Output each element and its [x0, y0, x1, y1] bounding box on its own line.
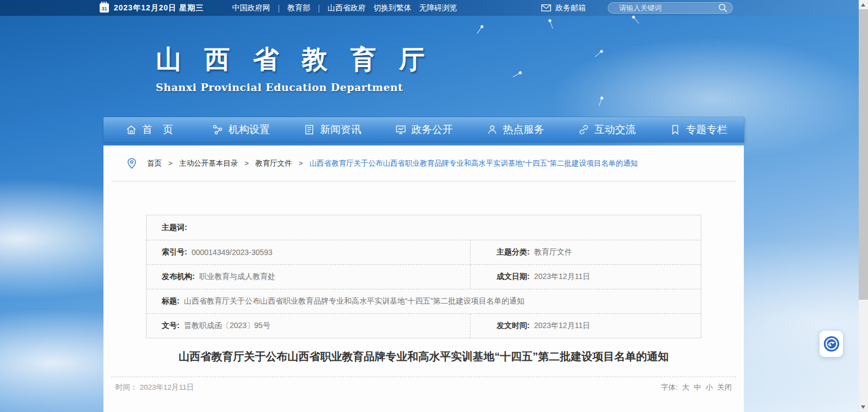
table-row-publisher: 发布机构: 职业教育与成人教育处 成文日期: 2023年12月11日: [146, 264, 701, 289]
nav-item-special-topics[interactable]: 专题专栏: [652, 117, 744, 142]
dandelion-seed-icon: [477, 27, 482, 34]
scroll-down-arrow-icon[interactable]: [861, 405, 865, 409]
table-row-title: 标题: 山西省教育厅关于公布山西省职业教育品牌专业和高水平实训基地“十四五”第二…: [146, 289, 701, 313]
doc-number-cell: 文号: 晋教职成函〔2023〕95号: [146, 314, 470, 338]
breadcrumb-current-document[interactable]: 山西省教育厅关于公布山西省职业教育品牌专业和高水平实训基地“十四五”第二批建设项…: [309, 159, 638, 168]
category-cell: 主题分类: 教育厅文件: [470, 240, 701, 264]
scrollbar-thumb[interactable]: [859, 9, 868, 300]
publisher-cell: 发布机构: 职业教育与成人教育处: [146, 265, 470, 289]
table-row-index: 索引号: 000014349/2023-30593 主题分类: 教育厅文件: [146, 240, 701, 264]
issue-date-value: 2023年12月11日: [534, 321, 590, 331]
gov-service-float-button[interactable]: [820, 331, 843, 357]
breadcrumb-home[interactable]: 首页: [147, 159, 162, 168]
site-title-english: Shanxi Provincial Education Department: [156, 81, 432, 93]
search-icon[interactable]: [718, 3, 728, 13]
nav-label: 政务公开: [412, 123, 453, 137]
link-shanxi-gov[interactable]: 山西省政府: [327, 3, 365, 13]
person-service-icon: [486, 124, 498, 136]
calendar-icon: 31: [100, 3, 109, 13]
nav-item-gov-disclosure[interactable]: 政务公开: [378, 117, 469, 142]
breadcrumb-separator: >: [298, 159, 303, 167]
breadcrumb-separator: >: [244, 159, 249, 167]
news-document-icon: [303, 124, 315, 136]
search-input[interactable]: [619, 4, 718, 12]
doc-number-value: 晋教职成函〔2023〕95号: [184, 321, 271, 331]
title-cell: 标题: 山西省教育厅关于公布山西省职业教育品牌专业和高水平实训基地“十四五”第二…: [146, 289, 701, 313]
nav-label: 首 页: [142, 123, 173, 137]
gov-service-logo-icon: [823, 336, 840, 352]
breadcrumb-dept-files[interactable]: 教育厅文件: [255, 159, 292, 168]
index-cell: 索引号: 000014349/2023-30593: [146, 240, 470, 264]
bookmark-banner-icon: [669, 124, 681, 136]
link-moe[interactable]: 教育部: [288, 3, 310, 13]
time-value: 2023年12月11日: [140, 383, 194, 392]
presentation-board-icon: [395, 124, 407, 136]
category-label: 主题分类:: [497, 247, 530, 257]
table-row-doc-number: 文号: 晋教职成函〔2023〕95号 发文时间: 2023年12月11日: [146, 313, 701, 338]
nav-item-organization[interactable]: 机构设置: [195, 117, 286, 142]
font-size-controls: 字体: 大 中 小 关闭: [661, 383, 732, 392]
dandelion-seed-icon: [598, 98, 602, 106]
gov-mail-label: 政务邮箱: [555, 3, 586, 13]
nav-item-interaction[interactable]: 互动交流: [561, 117, 652, 142]
subject-label: 主题词:: [162, 223, 187, 233]
breadcrumb-catalog[interactable]: 主动公开基本目录: [179, 159, 238, 168]
nav-label: 专题专栏: [686, 123, 728, 137]
breadcrumb-separator: >: [168, 159, 173, 167]
index-label: 索引号:: [162, 247, 187, 257]
font-size-large-button[interactable]: 大: [682, 383, 690, 392]
site-search: [608, 2, 733, 14]
close-button[interactable]: 关闭: [717, 383, 732, 392]
dandelion-seed-icon: [633, 17, 639, 23]
nav-label: 互动交流: [595, 123, 636, 137]
calendar-day: 31: [101, 5, 107, 13]
font-label: 字体:: [661, 383, 678, 392]
link-china-gov[interactable]: 中国政府网: [232, 3, 270, 13]
publisher-value: 职业教育与成人教育处: [199, 272, 276, 282]
title-value: 山西省教育厅关于公布山西省职业教育品牌专业和高水平实训基地“十四五”第二批建设项…: [184, 296, 524, 306]
article-meta-bar: 时间： 2023年12月11日 字体: 大 中 小 关闭: [111, 377, 736, 392]
envelope-icon: [541, 4, 551, 11]
table-row-subject: 主题词:: [146, 215, 701, 240]
dandelion-seed-icon: [595, 51, 601, 57]
doc-number-label: 文号:: [162, 321, 180, 331]
dandelion-seed-icon: [549, 21, 553, 28]
written-date-value: 2023年12月11日: [534, 272, 590, 282]
divider: |: [318, 4, 320, 13]
page-background: 31 2023年12月20日 星期三 中国政府网 | 教育部 | 山西省政府 切…: [0, 0, 868, 412]
document-metadata-table: 主题词: 索引号: 000014349/2023-30593 主题分类: 教育厅…: [146, 215, 701, 338]
article-title: 山西省教育厅关于公布山西省职业教育品牌专业和高水平实训基地“十四五”第二批建设项…: [103, 349, 744, 364]
index-value: 000014349/2023-30593: [192, 248, 273, 257]
site-title-chinese: 山 西 省 教 育 厅: [156, 43, 432, 77]
font-size-medium-button[interactable]: 中: [694, 383, 701, 392]
divider: |: [278, 4, 280, 13]
gov-mail-link[interactable]: 政务邮箱: [541, 3, 586, 13]
issue-date-cell: 发文时间: 2023年12月11日: [470, 314, 701, 338]
written-date-cell: 成文日期: 2023年12月11日: [470, 265, 701, 289]
nav-label: 热点服务: [503, 123, 545, 137]
written-date-label: 成文日期:: [497, 272, 530, 282]
issue-date-label: 发文时间:: [497, 321, 530, 331]
subject-cell: 主题词:: [146, 215, 701, 240]
topbar-links: 中国政府网 | 教育部 | 山西省政府 切换到繁体 无障碍浏览: [232, 3, 457, 13]
publisher-label: 发布机构:: [162, 272, 195, 282]
top-utility-bar: 31 2023年12月20日 星期三 中国政府网 | 教育部 | 山西省政府 切…: [0, 0, 868, 16]
vertical-scrollbar[interactable]: [859, 0, 868, 412]
main-navigation: 首 页 机构设置 新闻资讯: [103, 117, 744, 142]
nav-item-home[interactable]: 首 页: [103, 117, 195, 142]
nav-label: 新闻资讯: [320, 123, 362, 137]
time-label: 时间：: [115, 383, 138, 392]
link-chain-icon: [578, 124, 590, 136]
breadcrumb: 首页 > 主动公开基本目录 > 教育厅文件 > 山西省教育厅关于公布山西省职业教…: [111, 146, 736, 181]
location-pin-icon: [126, 157, 137, 169]
scroll-up-arrow-icon[interactable]: [861, 3, 865, 7]
site-logo[interactable]: 山 西 省 教 育 厅 Shanxi Provincial Education …: [156, 43, 432, 93]
link-accessibility[interactable]: 无障碍浏览: [419, 3, 457, 13]
link-traditional-chinese[interactable]: 切换到繁体: [373, 3, 411, 13]
content-panel: 首页 > 主动公开基本目录 > 教育厅文件 > 山西省教育厅关于公布山西省职业教…: [103, 146, 744, 412]
nav-item-news[interactable]: 新闻资讯: [286, 117, 378, 142]
title-label: 标题:: [162, 296, 180, 306]
nav-item-hot-services[interactable]: 热点服务: [469, 117, 561, 142]
article-time: 时间： 2023年12月11日: [115, 383, 194, 392]
font-size-small-button[interactable]: 小: [706, 383, 713, 392]
